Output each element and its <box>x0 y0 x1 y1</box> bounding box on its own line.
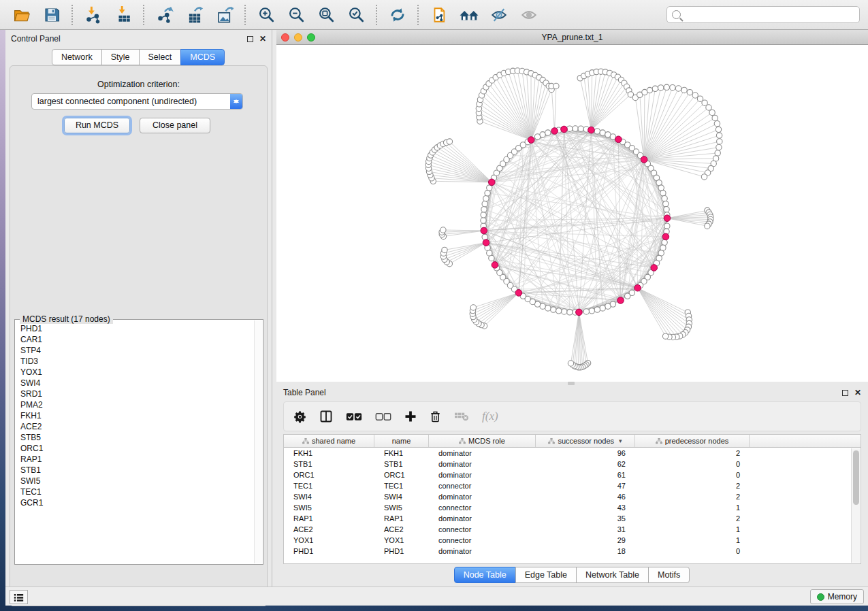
zoom-selected-icon[interactable] <box>342 3 370 27</box>
create-column-plus-icon[interactable] <box>404 406 417 427</box>
search-input[interactable] <box>684 10 854 20</box>
column-header-name[interactable]: name <box>374 435 429 447</box>
table-row[interactable]: TEC1TEC1connector472 <box>284 480 861 491</box>
close-panel-icon[interactable]: ✕ <box>259 35 266 43</box>
mcds-result-item[interactable]: TEC1 <box>20 486 248 497</box>
optimization-criterion-select[interactable]: largest connected component (undirected) <box>31 93 243 110</box>
mcds-result-item[interactable]: STB5 <box>20 432 248 443</box>
zoom-out-icon[interactable] <box>283 3 310 27</box>
mcds-result-item[interactable]: RAP1 <box>20 454 248 465</box>
import-table-icon[interactable] <box>110 3 137 27</box>
open-file-icon[interactable] <box>8 3 35 27</box>
selected-node[interactable] <box>561 126 568 133</box>
show-all-icon[interactable] <box>515 3 543 27</box>
zoom-in-icon[interactable] <box>253 3 280 27</box>
mcds-result-scrollbar[interactable] <box>254 320 262 563</box>
column-header-successor-nodes[interactable]: successor nodes▾ <box>536 435 635 447</box>
tab-network[interactable]: Network <box>52 49 102 65</box>
memory-button[interactable]: Memory <box>810 589 864 604</box>
network-canvas[interactable] <box>276 45 868 382</box>
tab-motifs[interactable]: Motifs <box>648 567 690 583</box>
mcds-result-item[interactable]: SWI4 <box>20 378 248 389</box>
mcds-result-item[interactable]: YOX1 <box>20 367 248 378</box>
float-panel-icon[interactable] <box>247 36 253 42</box>
selected-node[interactable] <box>615 136 622 143</box>
first-neighbors-icon[interactable] <box>455 3 483 27</box>
selected-node[interactable] <box>492 262 498 269</box>
close-table-panel-icon[interactable]: ✕ <box>854 389 861 397</box>
toolbar-separator <box>143 5 145 25</box>
apply-layout-icon[interactable] <box>384 3 411 27</box>
mcds-result-item[interactable]: FKH1 <box>20 410 248 421</box>
mcds-result-item[interactable]: CAR1 <box>20 334 248 345</box>
selected-node[interactable] <box>515 290 522 297</box>
tab-network-table[interactable]: Network Table <box>576 567 649 583</box>
search-box[interactable] <box>666 6 860 23</box>
tab-style[interactable]: Style <box>101 49 140 65</box>
selected-node[interactable] <box>641 156 647 163</box>
zoom-fit-icon[interactable] <box>312 3 340 27</box>
mcds-result-item[interactable]: GCR1 <box>20 497 248 508</box>
selected-node[interactable] <box>576 309 583 316</box>
table-row[interactable]: PHD1PHD1dominator180 <box>284 546 861 557</box>
table-row[interactable]: SWI5SWI5connector431 <box>284 502 861 513</box>
run-mcds-button[interactable]: Run MCDS <box>64 118 130 133</box>
selected-node[interactable] <box>651 265 658 271</box>
mcds-result-item[interactable]: TID3 <box>20 356 248 367</box>
mcds-result-item[interactable]: ACE2 <box>20 421 248 432</box>
mcds-result-item[interactable]: SRD1 <box>20 389 248 399</box>
selected-node[interactable] <box>634 284 641 291</box>
selected-node[interactable] <box>662 233 669 240</box>
table-row[interactable]: RAP1RAP1dominator352 <box>284 513 861 524</box>
selected-node[interactable] <box>588 127 595 133</box>
table-row[interactable]: YOX1YOX1connector291 <box>284 535 861 546</box>
save-session-icon[interactable] <box>38 3 65 27</box>
hide-selected-icon[interactable] <box>485 3 513 27</box>
task-history-button[interactable] <box>10 590 28 604</box>
float-table-panel-icon[interactable] <box>842 390 848 396</box>
delete-column-trash-icon[interactable] <box>430 406 441 427</box>
mcds-result-item[interactable]: ORC1 <box>20 443 248 454</box>
table-row[interactable]: ACE2ACE2connector311 <box>284 524 861 535</box>
mcds-result-item[interactable]: SWI5 <box>20 476 248 486</box>
table-row[interactable]: STB1STB1dominator620 <box>284 459 861 469</box>
mcds-result-item[interactable]: STP4 <box>20 345 248 356</box>
node-table: shared namenameMCDS rolesuccessor nodes▾… <box>283 434 861 564</box>
mcds-result-item[interactable]: PMA2 <box>20 399 248 410</box>
import-network-icon[interactable] <box>80 3 107 27</box>
mcds-result-list[interactable]: PHD1CAR1STP4TID3YOX1SWI4SRD1PMA2FKH1ACE2… <box>16 322 253 563</box>
selected-node[interactable] <box>617 297 624 304</box>
show-columns-icon[interactable] <box>319 406 333 427</box>
close-panel-button[interactable]: Close panel <box>140 118 210 133</box>
column-header-shared-name[interactable]: shared name <box>284 435 374 447</box>
column-header-MCDS-role[interactable]: MCDS role <box>429 435 536 447</box>
selected-node[interactable] <box>664 215 671 222</box>
table-row[interactable]: FKH1FKH1dominator962 <box>284 448 861 459</box>
selected-node[interactable] <box>483 240 489 246</box>
export-table-icon[interactable] <box>181 3 208 27</box>
select-all-icon[interactable] <box>346 406 362 427</box>
tab-select[interactable]: Select <box>139 49 182 65</box>
network-graph[interactable] <box>276 45 868 382</box>
mcds-result-item[interactable]: STB1 <box>20 465 248 476</box>
table-scrollbar-thumb[interactable] <box>853 450 859 505</box>
selected-node[interactable] <box>551 128 558 135</box>
export-network-icon[interactable] <box>151 3 178 27</box>
table-scrollbar[interactable] <box>851 448 860 563</box>
selected-node[interactable] <box>489 179 496 186</box>
table-row[interactable]: SWI4SWI4dominator462 <box>284 491 861 502</box>
table-settings-gear-icon[interactable] <box>293 406 306 427</box>
desktop-wallpaper-left <box>0 30 5 606</box>
column-header-predecessor-nodes[interactable]: predecessor nodes <box>635 435 750 447</box>
deselect-all-icon[interactable] <box>375 406 391 427</box>
tab-node-table[interactable]: Node Table <box>454 567 516 583</box>
tab-mcds[interactable]: MCDS <box>180 49 225 65</box>
mcds-result-item[interactable]: PHD1 <box>20 323 248 334</box>
selected-node[interactable] <box>528 137 534 144</box>
new-network-from-selection-icon[interactable] <box>425 3 453 27</box>
selected-node[interactable] <box>481 227 487 234</box>
desktop-wallpaper-bottom <box>0 606 868 611</box>
table-row[interactable]: ORC1ORC1dominator610 <box>284 469 861 480</box>
export-image-icon[interactable] <box>211 3 238 27</box>
tab-edge-table[interactable]: Edge Table <box>515 567 577 583</box>
